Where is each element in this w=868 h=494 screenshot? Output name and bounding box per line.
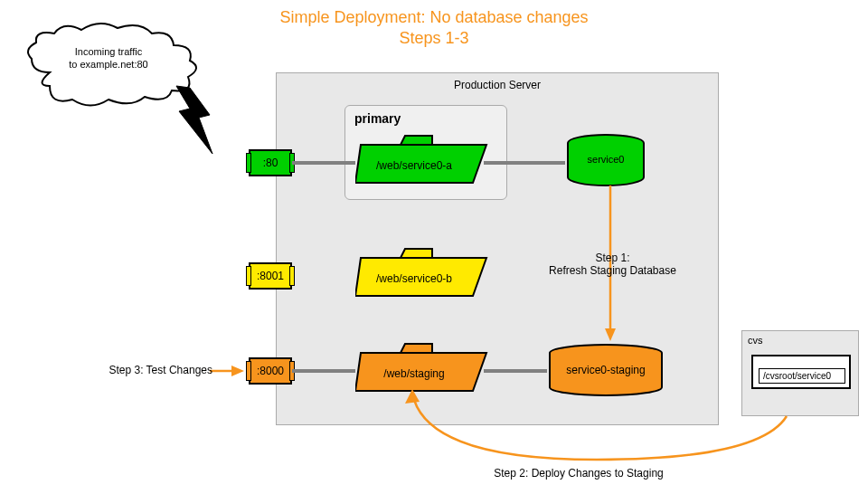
svg-marker-6 <box>231 366 244 376</box>
db-service0: service0 <box>565 134 646 186</box>
cloud-text: Incoming traffic to example.net:80 <box>50 45 167 71</box>
arrow-step3 <box>210 362 246 380</box>
port-8000: :8000 <box>249 357 292 385</box>
connector-80-to-folder-a <box>292 161 355 165</box>
primary-label: primary <box>354 111 401 126</box>
connector-staging-to-db <box>484 369 547 373</box>
step3-label: Step 3: Test Changes <box>86 364 212 376</box>
diagram-title: Simple Deployment: No database changes S… <box>0 7 868 50</box>
connector-8000-to-staging <box>292 369 355 373</box>
step2-label: Step 2: Deploy Changes to Staging <box>461 467 696 480</box>
cvs-box: cvs /cvsroot/service0 <box>741 330 859 416</box>
cvs-inner: /cvsroot/service0 <box>751 355 851 389</box>
port-80: :80 <box>249 149 292 176</box>
title-line1: Simple Deployment: No database changes <box>279 8 588 26</box>
db-service0-staging: service0-staging <box>547 344 665 396</box>
production-server-title: Production Server <box>277 79 718 91</box>
connector-folder-a-to-db <box>484 161 565 165</box>
title-line2: Steps 1-3 <box>399 29 468 47</box>
folder-service0-b: /web/service0-b <box>355 258 482 299</box>
folder-service0-a: /web/service0-a <box>355 145 482 185</box>
step1-label: Step 1: Refresh Staging Database <box>533 252 692 277</box>
cvs-title: cvs <box>748 335 763 346</box>
port-8001: :8001 <box>249 262 292 290</box>
folder-staging: /web/staging <box>355 353 482 394</box>
cvs-path: /cvsroot/service0 <box>759 368 845 384</box>
